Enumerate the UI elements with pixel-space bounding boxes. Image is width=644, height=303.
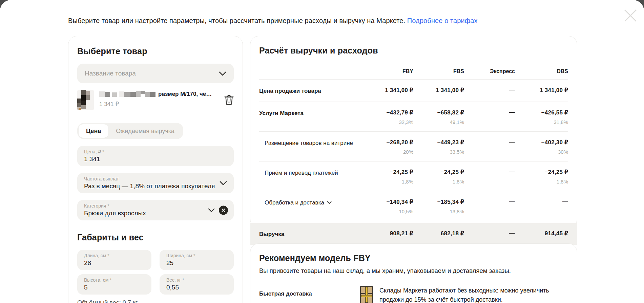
package-icon	[360, 286, 373, 303]
category-label: Категория *	[84, 203, 227, 209]
width-field[interactable]: Ширина, см * 25	[160, 250, 234, 270]
table-row-placement: Размещение товаров на витрине −268,20 ₽2…	[259, 132, 568, 161]
length-label: Длина, см *	[84, 253, 145, 258]
price-field[interactable]: Цена, ₽ * 1 341	[77, 146, 234, 166]
calculation-panel: Расчёт выручки и расходов FBY FBS Экспре…	[250, 36, 577, 228]
dimensions-title: Габариты и вес	[77, 233, 234, 242]
calculation-title: Расчёт выручки и расходов	[259, 46, 568, 56]
length-value: 28	[84, 259, 145, 267]
pixelated-product-photo-icon	[77, 90, 94, 110]
table-row-sale-price: Цена продажи товара 1 341,00 ₽ 1 341,00 …	[259, 80, 568, 102]
intro-text: Выберите товар или настройте параметры, …	[68, 17, 478, 25]
tab-expected-revenue[interactable]: Ожидаемая выручка	[108, 124, 182, 138]
product-price: 1 341 ₽	[99, 101, 219, 108]
close-button[interactable]	[621, 6, 640, 25]
width-value: 25	[166, 259, 227, 267]
price-field-value: 1 341	[84, 155, 227, 163]
product-info: размер М/170, чё… 1 341 ₽	[99, 90, 219, 108]
table-row-payments: Приём и перевод платежей −24,25 ₽1,8% −2…	[259, 161, 568, 191]
mode-tabs: Цена Ожидаемая выручка	[77, 123, 183, 139]
category-select[interactable]: Категория * Брюки для взрослых	[77, 200, 234, 220]
product-panel-title: Выберите товар	[77, 46, 234, 56]
height-field[interactable]: Высота, см * 5	[77, 274, 151, 295]
price-field-label: Цена, ₽ *	[84, 149, 227, 154]
payout-frequency-label: Частота выплат	[84, 176, 227, 181]
weight-value: 0,55	[166, 284, 227, 291]
payout-frequency-select[interactable]: Частота выплат Раз в месяц — 1,8% от пла…	[77, 173, 234, 193]
recommendation-subtitle: Вы привозите товары на наш склад, а мы х…	[259, 267, 568, 275]
chevron-down-icon	[219, 71, 226, 76]
product-panel: Выберите товар Название товара	[68, 36, 243, 303]
column-header-fbs: FBS	[413, 68, 464, 74]
table-row-revenue-total: Выручка 908,21 ₽ 682,18 ₽ — 914,45 ₽	[250, 223, 577, 245]
volume-weight-note: Объёмный вес: 0,7 кг	[77, 299, 234, 303]
column-header-dbs: DBS	[515, 68, 568, 74]
width-label: Ширина, см *	[166, 253, 227, 258]
recommendation-panel: Рекомендуем модель FBY Вы привозите това…	[250, 243, 577, 303]
calculator-modal: Выберите товар или настройте параметры, …	[0, 0, 644, 303]
column-header-fby: FBY	[360, 68, 413, 74]
processing-delivery-expander[interactable]: Обработка и доставка	[265, 198, 332, 207]
chevron-down-icon	[208, 208, 215, 212]
close-icon	[623, 8, 638, 23]
calculation-table: FBY FBS Экспресс DBS Цена продажи товара…	[259, 60, 568, 245]
weight-label: Вес, кг *	[166, 277, 227, 283]
pixelated-text-icon	[99, 91, 155, 98]
category-clear-button[interactable]	[219, 206, 228, 215]
feature-fast-delivery: Быстрая доставка Склады Маркета работают…	[259, 286, 568, 303]
dimensions-grid: Длина, см * 28 Ширина, см * 25 Высота, с…	[77, 250, 234, 295]
feature-text: Склады Маркета работают без выходных: мо…	[379, 286, 568, 303]
payout-frequency-value: Раз в месяц — 1,8% от платежа покупателя	[84, 182, 227, 190]
category-value: Брюки для взрослых	[84, 210, 227, 217]
height-value: 5	[84, 284, 145, 291]
table-header-row: FBY FBS Экспресс DBS	[259, 60, 568, 80]
feature-label: Быстрая доставка	[259, 286, 360, 297]
weight-field[interactable]: Вес, кг * 0,55	[160, 274, 234, 295]
tariffs-link[interactable]: Подробнее о тарифах	[407, 17, 478, 24]
table-row-processing-delivery: Обработка и доставка −140,34 ₽10,5% −185…	[259, 191, 568, 221]
tab-price[interactable]: Цена	[79, 124, 108, 138]
intro-text-body: Выберите товар или настройте параметры, …	[68, 17, 407, 24]
selected-product-row: размер М/170, чё… 1 341 ₽	[77, 90, 234, 110]
clear-x-icon	[222, 209, 225, 212]
product-thumbnail	[77, 90, 94, 110]
product-name-select[interactable]: Название товара	[77, 64, 234, 83]
trash-icon	[224, 94, 234, 105]
product-name-visible: размер М/170, чё…	[158, 91, 212, 98]
height-label: Высота, см *	[84, 277, 145, 283]
chevron-down-icon	[220, 181, 227, 186]
recommendation-title: Рекомендуем модель FBY	[259, 253, 568, 263]
length-field[interactable]: Длина, см * 28	[77, 250, 151, 270]
table-row-market-services: Услуги Маркета −432,79 ₽32,3% −658,82 ₽4…	[259, 102, 568, 132]
chevron-down-icon	[327, 201, 332, 204]
remove-product-button[interactable]	[224, 94, 234, 105]
column-header-express: Экспресс	[464, 68, 515, 74]
product-select-placeholder: Название товара	[85, 70, 219, 77]
